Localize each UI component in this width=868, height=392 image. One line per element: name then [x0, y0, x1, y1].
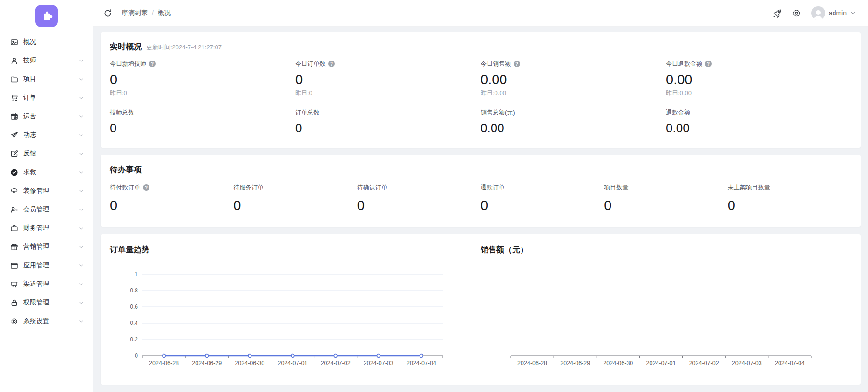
- refresh-button[interactable]: [103, 9, 112, 18]
- edit-note-icon: [10, 150, 18, 158]
- stat-column: 今日销售额 0.00 昨日:0.00 销售总额(元) 0.00: [481, 60, 666, 135]
- help-icon[interactable]: [149, 61, 156, 67]
- stat-column: 今日退款金额 0.00 昨日:0.00 退款金额 0.00: [666, 60, 851, 135]
- help-icon[interactable]: [514, 61, 520, 67]
- stat-yesterday: 昨日:0: [295, 89, 481, 97]
- stat-total-label: 订单总数: [295, 108, 481, 117]
- content: 实时概况 更新时间:2024-7-4 21:27:07 今日新增技师 0 昨日:…: [93, 27, 868, 392]
- help-icon[interactable]: [328, 61, 335, 67]
- todo-label: 待付款订单: [110, 183, 140, 192]
- svg-text:2024-06-28: 2024-06-28: [517, 360, 547, 366]
- sidebar-item-project[interactable]: 项目: [0, 70, 93, 88]
- order-trend-chart: 00.20.40.60.812024-06-282024-06-292024-0…: [110, 263, 481, 382]
- settings-button[interactable]: [792, 9, 801, 18]
- stat-label: 今日退款金额: [666, 60, 702, 68]
- stat-total-label: 技师总数: [110, 108, 295, 117]
- sidebar-item-decoration[interactable]: 装修管理: [0, 182, 93, 200]
- gift-icon: [10, 243, 18, 251]
- chevron-down-icon: [850, 10, 856, 16]
- help-icon[interactable]: [143, 184, 149, 191]
- todo-label: 未上架项目数量: [728, 183, 770, 192]
- sidebar-item-finance[interactable]: 财务管理: [0, 219, 93, 237]
- user-menu[interactable]: admin: [811, 6, 856, 20]
- todo-label: 待服务订单: [233, 183, 264, 192]
- stat-total-value: 0: [295, 121, 481, 135]
- main-area: 摩滴到家 / 概况: [93, 0, 868, 392]
- sidebar-item-permission[interactable]: 权限管理: [0, 293, 93, 312]
- todo-value: 0: [357, 198, 481, 213]
- todo-item: 待付款订单 0: [110, 183, 233, 215]
- sidebar-item-operation[interactable]: 运营: [0, 107, 93, 126]
- stat-value: 0: [110, 72, 295, 88]
- sidebar-item-member[interactable]: 会员管理: [0, 200, 93, 219]
- stat-value: 0.00: [481, 72, 666, 88]
- todo-value: 0: [728, 198, 851, 213]
- chevron-down-icon: [78, 318, 84, 324]
- sidebar-item-order[interactable]: 订单: [0, 88, 93, 107]
- chevron-down-icon: [78, 281, 84, 287]
- help-icon[interactable]: [705, 61, 712, 67]
- settings-gear-icon: [10, 318, 18, 325]
- stat-yesterday: 昨日:0.00: [666, 89, 851, 97]
- easel-icon: [10, 280, 18, 288]
- chevron-down-icon: [78, 169, 84, 176]
- chevron-down-icon: [78, 151, 84, 157]
- svg-text:0: 0: [135, 352, 138, 359]
- sidebar-item-technician[interactable]: 技师: [0, 51, 93, 70]
- gear-icon: [792, 9, 801, 18]
- order-trend-title: 订单量趋势: [110, 244, 481, 255]
- sidebar-menu: 概况 技师 项目 订单 运营 动态: [0, 33, 93, 392]
- breadcrumb-current: 概况: [158, 9, 171, 17]
- stat-label: 今日订单数: [295, 60, 326, 68]
- breadcrumb-separator: /: [152, 9, 154, 17]
- svg-text:2024-06-28: 2024-06-28: [149, 360, 179, 366]
- sidebar-item-channel[interactable]: 渠道管理: [0, 275, 93, 293]
- breadcrumb-root[interactable]: 摩滴到家: [122, 9, 148, 17]
- project-icon: [10, 75, 18, 83]
- chevron-down-icon: [78, 114, 84, 120]
- stat-total-label: 退款金额: [666, 108, 851, 117]
- stat-total-value: 0.00: [481, 121, 666, 135]
- todo-label: 退款订单: [481, 183, 505, 192]
- overview-icon: [10, 38, 18, 46]
- svg-text:2024-07-02: 2024-07-02: [689, 360, 719, 366]
- sidebar-item-feedback[interactable]: 反馈: [0, 144, 93, 163]
- stat-yesterday: 昨日:0.00: [481, 89, 666, 97]
- todo-item: 待服务订单 0: [233, 183, 357, 215]
- chevron-down-icon: [78, 76, 84, 82]
- todo-item: 未上架项目数量 0: [728, 183, 851, 215]
- sidebar-item-overview[interactable]: 概况: [0, 33, 93, 51]
- sales-title: 销售额（元）: [481, 244, 851, 255]
- stat-column: 今日订单数 0 昨日:0 订单总数 0: [295, 60, 481, 135]
- stat-label: 今日新增技师: [110, 60, 146, 68]
- todo-item: 退款订单 0: [481, 183, 604, 215]
- sales-panel: 销售额（元） 2024-06-282024-06-292024-06-30202…: [481, 244, 851, 385]
- todo-label: 项目数量: [604, 183, 628, 192]
- sidebar-item-news[interactable]: 动态: [0, 126, 93, 144]
- chevron-down-icon: [78, 244, 84, 250]
- breadcrumb: 摩滴到家 / 概况: [122, 9, 171, 17]
- sidebar-item-sos[interactable]: 求救: [0, 163, 93, 182]
- sidebar-item-system[interactable]: 系统设置: [0, 312, 93, 331]
- svg-text:0.4: 0.4: [130, 320, 138, 326]
- svg-text:2024-06-30: 2024-06-30: [235, 360, 264, 366]
- member-icon: [10, 206, 18, 214]
- chevron-down-icon: [78, 95, 84, 101]
- chevron-down-icon: [78, 207, 84, 213]
- sidebar-item-marketing[interactable]: 营销管理: [0, 237, 93, 256]
- rocket-button[interactable]: [773, 9, 782, 18]
- app-logo[interactable]: [35, 5, 58, 27]
- top-bar: 摩滴到家 / 概况: [93, 0, 868, 27]
- svg-text:0.2: 0.2: [130, 336, 138, 343]
- chevron-down-icon: [78, 225, 84, 231]
- avatar: [811, 6, 825, 20]
- todo-value: 0: [604, 198, 727, 213]
- technician-icon: [10, 57, 18, 65]
- stat-total-value: 0.00: [666, 121, 851, 135]
- stat-value: 0.00: [666, 72, 851, 88]
- stat-value: 0: [295, 72, 481, 88]
- sidebar-item-application[interactable]: 应用管理: [0, 256, 93, 275]
- stat-yesterday: 昨日:0: [110, 89, 295, 97]
- chevron-down-icon: [78, 132, 84, 138]
- chevron-down-icon: [78, 188, 84, 194]
